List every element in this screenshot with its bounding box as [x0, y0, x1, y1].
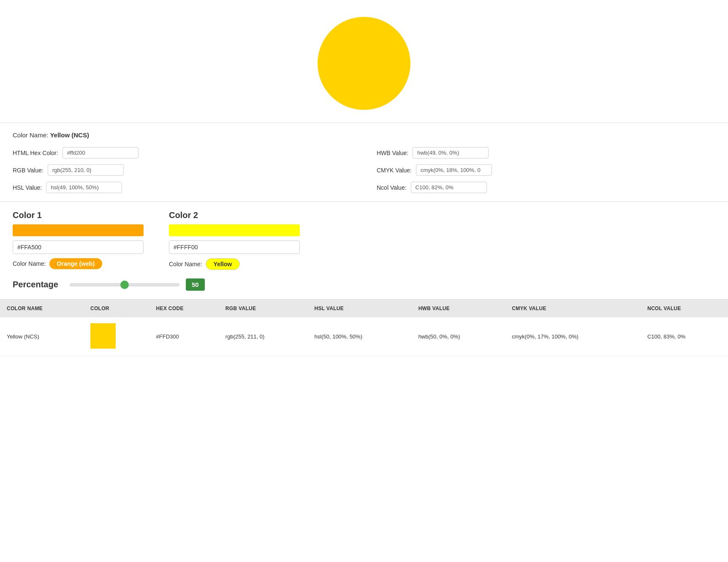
table-cell: #FFD300 — [149, 317, 219, 356]
slider-thumb[interactable] — [120, 281, 129, 289]
col-hex-code: HEX CODE — [149, 300, 219, 317]
table-cell: rgb(255, 211, 0) — [219, 317, 308, 356]
ncol-row: Ncol Value: — [377, 182, 715, 193]
ncol-input[interactable] — [411, 182, 487, 193]
color-name-value: Yellow (NCS) — [50, 131, 89, 139]
cmyk-label: CMYK Value: — [377, 167, 412, 174]
percentage-slider[interactable] — [70, 283, 179, 286]
hsl-label: HSL Value: — [13, 184, 42, 191]
color1-badge: Orange (web) — [49, 258, 102, 269]
color2-title: Color 2 — [169, 210, 300, 220]
hsl-input[interactable] — [46, 182, 122, 193]
table-cell: cmyk(0%, 17%, 100%, 0%) — [505, 317, 641, 356]
html-hex-input[interactable] — [62, 147, 139, 158]
rgb-row: RGB Value: — [13, 164, 351, 176]
color1-name-label: Color Name: — [13, 260, 46, 267]
table-cell: hsl(50, 100%, 50%) — [308, 317, 412, 356]
color2-swatch — [169, 224, 300, 236]
color2-hex-input[interactable] — [169, 240, 300, 254]
color2-name-row: Color Name: Yellow — [169, 258, 300, 270]
hwb-label: HWB Value: — [377, 150, 408, 156]
rgb-label: RGB Value: — [13, 167, 43, 174]
color1-hex-input[interactable] — [13, 240, 144, 254]
table-cell: hwb(50, 0%, 0%) — [412, 317, 505, 356]
hwb-input[interactable] — [413, 147, 489, 158]
color1-name-row: Color Name: Orange (web) — [13, 258, 144, 269]
percentage-badge: 50 — [186, 278, 205, 291]
color1-title: Color 1 — [13, 210, 144, 220]
color-info-section: Color Name: Yellow (NCS) HTML Hex Color:… — [0, 123, 728, 202]
color-table: COLOR NAME COLOR HEX CODE RGB VALUE HSL … — [0, 300, 728, 356]
rgb-input[interactable] — [48, 164, 124, 176]
color-circle — [318, 17, 410, 110]
color-name-row: Color Name: Yellow (NCS) — [13, 131, 715, 139]
color-circle-section — [0, 0, 728, 123]
mixer-row: Color 1 Color Name: Orange (web) Color 2… — [13, 210, 715, 270]
color2-box: Color 2 Color Name: Yellow — [169, 210, 300, 270]
ncol-label: Ncol Value: — [377, 184, 407, 191]
col-color-name: COLOR NAME — [0, 300, 84, 317]
cmyk-row: CMYK Value: — [377, 164, 715, 176]
percentage-row: Percentage 50 — [13, 278, 715, 291]
col-cmyk-value: CMYK VALUE — [505, 300, 641, 317]
col-ncol-value: NCOL VALUE — [641, 300, 728, 317]
color1-box: Color 1 Color Name: Orange (web) — [13, 210, 144, 270]
col-rgb-value: RGB VALUE — [219, 300, 308, 317]
table-body: Yellow (NCS)#FFD300rgb(255, 211, 0)hsl(5… — [0, 317, 728, 356]
hwb-row: HWB Value: — [377, 147, 715, 158]
col-color: COLOR — [84, 300, 149, 317]
table-row: Yellow (NCS)#FFD300rgb(255, 211, 0)hsl(5… — [0, 317, 728, 356]
col-hsl-value: HSL VALUE — [308, 300, 412, 317]
table-color-swatch — [90, 323, 116, 349]
table-cell: C100, 83%, 0% — [641, 317, 728, 356]
color-fields-grid: HTML Hex Color: HWB Value: RGB Value: CM… — [13, 147, 715, 193]
color1-swatch — [13, 224, 144, 236]
hsl-row: HSL Value: — [13, 182, 351, 193]
html-hex-row: HTML Hex Color: — [13, 147, 351, 158]
col-hwb-value: HWB VALUE — [412, 300, 505, 317]
table-header-row: COLOR NAME COLOR HEX CODE RGB VALUE HSL … — [0, 300, 728, 317]
color2-name-label: Color Name: — [169, 261, 202, 267]
cmyk-input[interactable] — [416, 164, 492, 176]
table-header: COLOR NAME COLOR HEX CODE RGB VALUE HSL … — [0, 300, 728, 317]
mixer-section: Color 1 Color Name: Orange (web) Color 2… — [0, 202, 728, 300]
color-name-label: Color Name: — [13, 131, 48, 139]
html-hex-label: HTML Hex Color: — [13, 150, 58, 156]
table-section: COLOR NAME COLOR HEX CODE RGB VALUE HSL … — [0, 300, 728, 356]
percentage-label: Percentage — [13, 280, 63, 289]
color2-badge: Yellow — [206, 258, 240, 270]
table-cell: Yellow (NCS) — [0, 317, 84, 356]
